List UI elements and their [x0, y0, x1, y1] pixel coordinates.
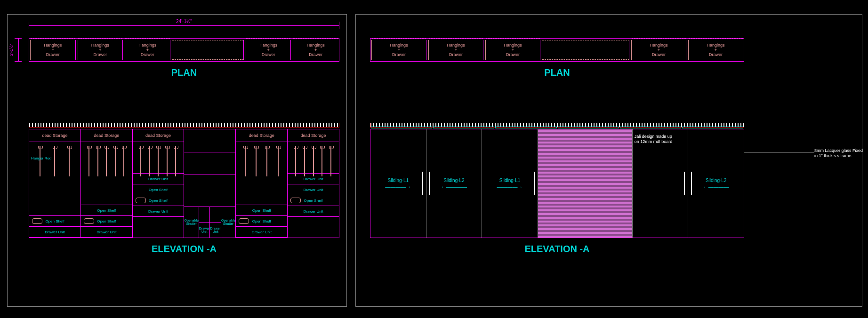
- folded-icon: [84, 218, 94, 224]
- tv-lower-units: Openable Shutter Drawer Unit Drawer Unit…: [184, 207, 235, 238]
- door-handle-icon: [684, 172, 685, 195]
- wardrobe-col: dead Storage Open Shelf Open Shelf Drawe…: [236, 129, 288, 238]
- open-shelf-label: Open Shelf: [29, 216, 80, 227]
- tv-lower-col: Openable Shutter: [221, 207, 235, 238]
- openable-shutter-label: Openable Shutter: [221, 207, 235, 238]
- door-handle-icon: [422, 172, 423, 195]
- open-shelf-label: Open Shelf: [133, 195, 184, 206]
- dead-storage-label: dead Storage: [236, 129, 287, 142]
- plan-title: PLAN: [29, 67, 339, 78]
- door-handle-icon: [429, 172, 430, 195]
- hangers-icon: [137, 146, 180, 176]
- arrow-right-icon: ————→: [497, 184, 523, 190]
- door-handle-icon: [534, 172, 535, 195]
- plan-strip: Hangings+Drawer Hangings+Drawer Hangings…: [370, 38, 744, 62]
- plan-cell: Hangings+Drawer: [125, 40, 170, 60]
- slide-label: Sliding-L2: [443, 178, 464, 183]
- plan-cell-mid: [542, 40, 629, 60]
- slide-label: Sliding-L1: [499, 178, 520, 183]
- ceiling-hatch: [29, 123, 339, 127]
- plan-cell: Hangings+Drawer: [78, 40, 123, 60]
- wardrobe-col: dead Storage Hanger Rod Open Shelf Drawe…: [29, 129, 81, 238]
- plan-title: PLAN: [370, 67, 744, 78]
- plan-cell: Hangings+Drawer: [631, 40, 686, 60]
- hangers-icon: [85, 146, 129, 176]
- wardrobe-col: dead Storage Drawer Unit Open Shelf Open…: [133, 129, 185, 238]
- hanging-area: [133, 142, 184, 174]
- door-handle-icon: [691, 172, 692, 195]
- tv-opening: [184, 175, 235, 207]
- folded-icon: [32, 218, 42, 224]
- dimension-depth: 2'-1½": [15, 38, 22, 62]
- plan-section-right: Hangings+Drawer Hangings+Drawer Hangings…: [370, 29, 744, 78]
- elevation-frame-internal: dead Storage Hanger Rod Open Shelf Drawe…: [29, 129, 339, 238]
- plan-cell: Hangings+Drawer: [30, 40, 76, 60]
- drawer-unit-label: Drawer Unit: [133, 174, 184, 184]
- dead-storage-label: dead Storage: [288, 129, 339, 142]
- drawer-unit-label: Drawer Unit: [133, 206, 184, 217]
- arrow-left-icon: ←————: [441, 184, 467, 190]
- folded-icon: [136, 198, 146, 203]
- sliding-door: Sliding-L2 ←————: [426, 129, 482, 238]
- drawer-unit-label: Drawer Unit: [81, 227, 132, 238]
- hanger-rod-label: Hanger Rod: [31, 156, 51, 160]
- dim-depth-label: 2'-1½": [9, 44, 14, 56]
- open-shelf-label: Open Shelf: [288, 195, 339, 206]
- drawer-unit-label: Drawer Unit: [288, 206, 339, 217]
- dead-storage-label: dead Storage: [29, 129, 80, 142]
- hanging-area: [81, 142, 132, 205]
- folded-icon: [239, 218, 249, 224]
- plan-cell: Hangings+Drawer: [688, 40, 743, 60]
- sliding-door: Sliding-L1 ————→: [370, 129, 426, 238]
- open-shelf-label: Open Shelf: [81, 216, 132, 227]
- dimension-width: 24'-1½": [29, 22, 339, 29]
- sliding-track: [370, 127, 744, 128]
- tv-lower-col: Openable Shutter: [184, 207, 199, 238]
- drawer-unit-label: Drawer Unit: [288, 184, 339, 195]
- glass-note-text: 8mm Lacquer glass Fixed in 1" thick s.s …: [814, 148, 866, 159]
- plan-cell: Hangings+Drawer: [293, 40, 338, 60]
- elevation-title: ELEVATION -A: [29, 244, 339, 254]
- hanging-area: Hanger Rod: [29, 142, 80, 216]
- elevation-section-left: dead Storage Hanger Rod Open Shelf Drawe…: [29, 123, 339, 254]
- dead-storage-label: dead Storage: [133, 129, 184, 142]
- slide-label: Sliding-L2: [706, 178, 726, 183]
- arrow-left-icon: ←————: [703, 184, 729, 190]
- tv-lower-col: Drawer Unit: [210, 207, 221, 238]
- slide-label: Sliding-L1: [388, 178, 409, 183]
- plan-cell: Hangings+Drawer: [428, 40, 483, 60]
- tv-lower-col: Drawer Unit: [199, 207, 210, 238]
- sliding-door: Sliding-L1 ————→: [482, 129, 538, 238]
- elevation-frame-sliding: Sliding-L1 ————→ Sliding-L2 ←———— Slidin…: [370, 129, 744, 238]
- sliding-door: [633, 129, 689, 238]
- tv-unit-col: Openable Shutter Drawer Unit Drawer Unit…: [184, 129, 236, 238]
- hanging-area: [236, 142, 287, 205]
- tv-shelf: [184, 129, 235, 152]
- elevation-title: ELEVATION -A: [370, 244, 744, 254]
- openable-shutter-label: Openable Shutter: [184, 207, 198, 238]
- hangers-icon: [33, 146, 77, 176]
- plan-cell: Hangings+Drawer: [371, 40, 426, 60]
- hanging-area: [288, 142, 339, 174]
- folded-icon: [290, 198, 301, 203]
- plan-cell: Hangings+Drawer: [246, 40, 291, 60]
- dead-storage-label: dead Storage: [81, 129, 132, 142]
- drawer-unit-label: Drawer Unit: [236, 227, 287, 238]
- leader-line: [613, 139, 632, 139]
- elevation-section-right: Sliding-L1 ————→ Sliding-L2 ←———— Slidin…: [370, 123, 744, 254]
- drawer-unit-label: Drawer Unit: [288, 174, 339, 184]
- wardrobe-col: dead Storage Drawer Unit Drawer Unit Ope…: [288, 129, 339, 238]
- leader-line: [744, 152, 814, 152]
- hangers-icon: [291, 146, 335, 176]
- arrow-right-icon: ————→: [385, 184, 411, 190]
- plan-strip: Hangings+Drawer Hangings+Drawer Hangings…: [29, 38, 339, 62]
- plan-section-left: 24'-1½" 2'-1½" Hangings+Drawer Hangings+…: [29, 29, 339, 78]
- plan-cell: Hangings+Drawer: [485, 40, 540, 60]
- open-shelf-label: Open Shelf: [236, 205, 287, 216]
- hangers-icon: [240, 146, 283, 176]
- jali-panel: Jali design made up on 12mm mdf board.: [538, 129, 633, 238]
- drawer-unit-label: Drawer Unit: [199, 223, 210, 238]
- open-shelf-label: Open Shelf: [81, 205, 132, 216]
- plan-cell-mid: [172, 40, 244, 60]
- drawing-right: Hangings+Drawer Hangings+Drawer Hangings…: [355, 14, 862, 307]
